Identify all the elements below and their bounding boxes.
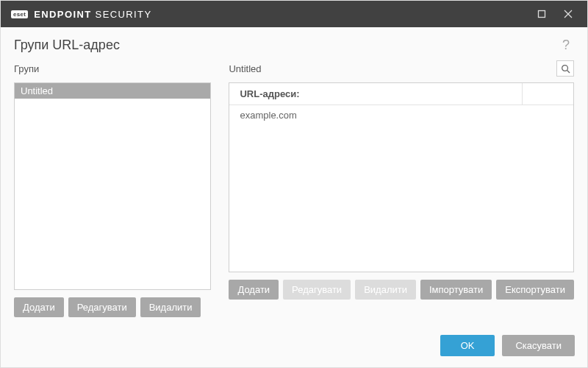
- search-icon: [561, 64, 570, 74]
- brand-badge: eset: [11, 10, 28, 18]
- footer: OK Скасувати: [0, 325, 588, 368]
- brand-text: ENDPOINT SECURITY: [34, 9, 151, 20]
- export-button[interactable]: Експортувати: [496, 280, 574, 300]
- groups-label: Групи: [14, 63, 211, 77]
- urls-table[interactable]: URL-адреси: example.com: [229, 82, 574, 272]
- brand-bold: ENDPOINT: [34, 9, 91, 20]
- add-url-button[interactable]: Додати: [229, 280, 279, 300]
- help-icon[interactable]: ?: [558, 38, 574, 53]
- edit-group-button[interactable]: Редагувати: [68, 297, 136, 317]
- delete-url-button: Видалити: [355, 280, 416, 300]
- content: Групи Untitled Додати Редагувати Видалит…: [1, 57, 587, 317]
- edit-url-button: Редагувати: [283, 280, 351, 300]
- ok-button[interactable]: OK: [440, 335, 495, 356]
- svg-line-4: [567, 70, 570, 73]
- search-button[interactable]: [556, 60, 574, 77]
- maximize-icon: [537, 10, 546, 18]
- urls-header-spare: [522, 83, 573, 105]
- urls-column: Untitled URL-адреси: example.com Додати …: [229, 63, 574, 317]
- close-button[interactable]: [555, 1, 581, 27]
- urls-button-row: Додати Редагувати Видалити Імпортувати Е…: [229, 280, 574, 300]
- import-button[interactable]: Імпортувати: [420, 280, 492, 300]
- svg-point-3: [562, 65, 567, 71]
- add-group-button[interactable]: Додати: [14, 297, 64, 317]
- urls-label: Untitled: [229, 63, 556, 77]
- header-row: Групи URL-адрес ?: [1, 27, 587, 57]
- maximize-button[interactable]: [528, 1, 555, 27]
- table-row[interactable]: example.com: [229, 105, 573, 125]
- svg-rect-0: [539, 11, 545, 18]
- list-item[interactable]: Untitled: [15, 83, 210, 99]
- close-icon: [564, 10, 573, 18]
- brand-rest: SECURITY: [92, 9, 152, 20]
- titlebar: eset ENDPOINT SECURITY: [1, 1, 587, 27]
- groups-button-row: Додати Редагувати Видалити: [14, 297, 211, 317]
- cancel-button[interactable]: Скасувати: [502, 335, 575, 356]
- urls-header-label: URL-адреси:: [240, 88, 522, 99]
- urls-table-header: URL-адреси:: [229, 83, 573, 105]
- delete-group-button[interactable]: Видалити: [140, 297, 201, 317]
- groups-listbox[interactable]: Untitled: [14, 82, 211, 290]
- page-title: Групи URL-адрес: [14, 38, 120, 53]
- groups-column: Групи Untitled Додати Редагувати Видалит…: [14, 63, 211, 317]
